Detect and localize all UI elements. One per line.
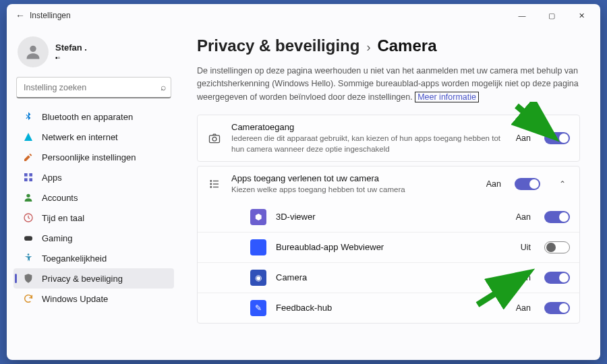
toggle-state-label: Aan [516,212,531,222]
svg-point-10 [212,137,216,141]
gaming-icon [23,233,34,243]
sidebar-item-personalize[interactable]: Persoonlijke instellingen [13,147,174,167]
sidebar-item-gaming[interactable]: Gaming [13,228,174,248]
close-button[interactable]: ✕ [567,5,596,26]
maximize-button[interactable]: ▢ [537,5,567,26]
personalize-icon [23,152,34,162]
app-name: Bureaublad-app Webviewer [276,242,511,252]
apps-access-row: Apps toegang verlenen tot uw camera Kiez… [198,166,579,202]
sidebar-item-accounts[interactable]: Accounts [13,187,174,208]
battery-indicator: ▪▫ [55,54,87,61]
titlebar: ← Instellingen — ▢ ✕ [7,4,600,27]
app-icon: ✎ [250,300,266,316]
minimize-button[interactable]: — [507,5,537,26]
app-name: 3D-viewer [276,212,507,222]
row-subtitle: Kiezen welke apps toegang hebben tot uw … [231,185,477,195]
search-box: ⌕ [16,77,171,98]
row-title: Apps toegang verlenen tot uw camera [231,173,477,183]
accounts-icon [23,192,34,203]
sidebar-item-update[interactable]: Windows Update [13,289,174,309]
app-row: Bureaublad-app Webviewer Uit [198,232,579,262]
update-icon [23,293,34,304]
sidebar-nav: Bluetooth en apparatenNetwerk en interne… [12,104,175,360]
apps-access-toggle[interactable] [515,178,540,190]
svg-rect-7 [24,236,32,241]
app-toggle[interactable] [544,211,570,223]
back-button[interactable]: ← [11,10,30,21]
sidebar-item-label: Persoonlijke instellingen [42,152,136,162]
app-icon: ⬢ [250,209,266,225]
app-list: ⬢ 3D-viewer Aan Bureaublad-app Webviewer… [198,202,579,323]
app-toggle[interactable] [544,302,570,314]
apps-access-card: Apps toegang verlenen tot uw camera Kiez… [197,166,580,324]
app-icon [250,239,266,255]
camera-access-card: Cameratoegang Iedereen die dit apparaat … [197,115,580,162]
svg-rect-2 [29,173,32,177]
svg-point-0 [30,46,36,52]
app-name: Feedback-hub [276,303,507,313]
svg-point-15 [210,187,212,188]
svg-rect-1 [24,173,28,177]
camera-access-row: Cameratoegang Iedereen die dit apparaat … [198,115,579,161]
sidebar-item-privacy[interactable]: Privacy & beveiliging [13,268,174,289]
svg-rect-9 [210,135,220,143]
settings-window: ← Instellingen — ▢ ✕ Stefan . ▪▫ ⌕ Blu [7,4,600,360]
sidebar-item-label: Toegankelijkheid [42,253,107,264]
sidebar: Stefan . ▪▫ ⌕ Bluetooth en apparatenNetw… [7,27,179,360]
search-input[interactable] [16,77,171,98]
network-icon [23,131,34,142]
svg-point-11 [210,181,212,182]
svg-point-8 [28,253,30,255]
list-icon [207,177,222,191]
apps-icon [23,172,34,183]
sidebar-item-label: Windows Update [42,294,108,304]
camera-icon [207,131,222,146]
main-content: Privacy & beveiliging › Camera De instel… [179,27,600,360]
app-row: ⬢ 3D-viewer Aan [198,202,579,232]
privacy-icon [23,273,34,284]
sidebar-item-label: Accounts [42,193,78,203]
sidebar-item-network[interactable]: Netwerk en internet [13,127,174,147]
toggle-state-label: Aan [516,273,531,282]
time-icon [23,212,34,223]
breadcrumb-current: Camera [377,36,436,55]
chevron-right-icon: › [366,40,370,55]
avatar [18,36,49,67]
sidebar-item-label: Apps [42,173,62,183]
sidebar-item-accessibility[interactable]: Toegankelijkheid [13,248,174,268]
sidebar-item-time[interactable]: Tijd en taal [13,208,174,228]
window-controls: — ▢ ✕ [507,5,596,26]
svg-point-5 [26,194,30,198]
window-title: Instellingen [30,11,71,20]
sidebar-item-label: Netwerk en internet [42,132,118,142]
sidebar-item-label: Tijd en taal [42,213,84,223]
row-title: Cameratoegang [231,122,507,132]
search-icon: ⌕ [161,82,166,92]
app-toggle[interactable] [544,272,570,284]
accessibility-icon [23,253,34,264]
bluetooth-icon [23,111,34,122]
more-info-link[interactable]: Meer informatie [415,92,479,102]
camera-access-toggle[interactable] [544,132,570,144]
svg-rect-4 [29,178,32,181]
app-name: Camera [276,272,507,282]
sidebar-item-label: Privacy & beveiliging [42,274,123,284]
svg-point-13 [210,184,212,185]
toggle-state-label: Aan [486,179,501,189]
page-description: De instellingen op deze pagina weerhoude… [197,65,580,104]
toggle-state-label: Aan [516,303,531,313]
svg-rect-3 [24,178,28,181]
sidebar-item-label: Gaming [42,233,73,243]
user-name: Stefan . [55,42,87,53]
toggle-state-label: Aan [516,133,531,143]
sidebar-item-bluetooth[interactable]: Bluetooth en apparaten [13,107,174,127]
row-subtitle: Iedereen die dit apparaat gebruikt, kan … [231,133,507,154]
user-block[interactable]: Stefan . ▪▫ [12,30,175,77]
sidebar-item-label: Bluetooth en apparaten [42,112,133,122]
breadcrumb: Privacy & beveiliging › Camera [197,36,580,55]
breadcrumb-parent[interactable]: Privacy & beveiliging [197,36,359,55]
toggle-state-label: Uit [521,243,531,252]
sidebar-item-apps[interactable]: Apps [13,167,174,187]
app-toggle[interactable] [544,241,570,253]
chevron-up-icon[interactable]: ⌃ [555,179,570,189]
